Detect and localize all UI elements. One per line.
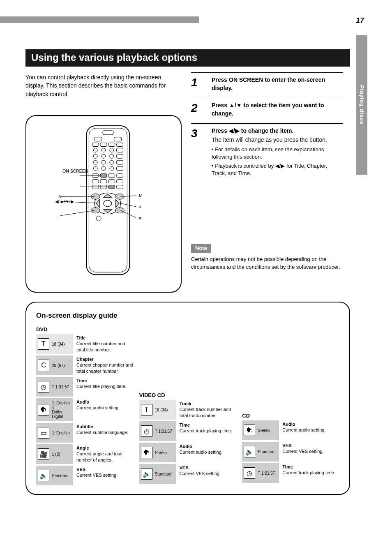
callout-arrows-left: ◀/▲/▼/▶: [55, 199, 74, 204]
clock-icon: ◷: [38, 381, 49, 392]
guide-cd-label: CD: [242, 413, 339, 419]
section-tab: Playing discs: [356, 35, 367, 175]
svg-rect-8: [117, 143, 123, 147]
audio-icon: 🗣: [141, 447, 152, 458]
svg-rect-28: [117, 174, 123, 178]
step-main: Press ON SCREEN to enter the on-screen d…: [212, 76, 343, 92]
cd-row-ves: 🔈Standard VESCurrent VES setting.: [242, 442, 339, 462]
dvd-row-audio: 🗣1: English▯▯Dolby Digital AudioCurrent …: [36, 398, 134, 421]
sound-icon: 🔈: [141, 468, 152, 480]
svg-rect-20: [117, 160, 123, 164]
title-icon: T: [38, 338, 49, 350]
audio-icon: 🗣: [38, 404, 49, 416]
svg-rect-4: [114, 137, 122, 141]
audio-icon: 🗣: [244, 425, 255, 436]
svg-point-22: [101, 166, 106, 171]
sound-icon: 🔈: [244, 446, 255, 457]
callout-rew: m: [139, 215, 143, 221]
intro-text: You can control playback directly using …: [25, 73, 182, 98]
svg-rect-36: [117, 185, 123, 189]
svg-point-18: [101, 160, 106, 164]
svg-point-41: [91, 208, 100, 213]
svg-rect-16: [117, 154, 123, 158]
cd-row-time: ◷T 1:01:57 TimeCurrent track playing tim…: [242, 463, 339, 483]
svg-rect-32: [117, 180, 123, 183]
step-main: Press ▲/▼ to select the item you want to…: [212, 102, 343, 118]
svg-rect-30: [100, 180, 107, 183]
steps-list: 1 Press ON SCREEN to enter the on-screen…: [191, 72, 343, 183]
svg-rect-2: [103, 131, 113, 135]
step-2: 2 Press ▲/▼ to select the item you want …: [191, 98, 343, 123]
svg-rect-29: [92, 180, 99, 183]
svg-rect-12: [117, 148, 123, 152]
vcd-row-track: T18 (34) TrackCurrent track number and t…: [139, 400, 237, 420]
page-title: Using the various playback options: [25, 49, 350, 67]
callout-ff: M: [139, 193, 143, 199]
svg-point-43: [96, 216, 101, 221]
svg-rect-35: [108, 185, 115, 189]
svg-rect-26: [100, 174, 107, 178]
svg-point-42: [115, 208, 125, 213]
svg-rect-31: [108, 180, 115, 183]
step-number: 3: [191, 127, 212, 140]
dvd-row-time: ◷T 1:01:57 TimeCurrent title playing tim…: [36, 377, 134, 397]
step-main: Press ◀/▶ to change the item.: [212, 127, 343, 135]
dvd-row-ves: 🔈Standard VESCurrent VES setting.: [36, 466, 134, 485]
svg-point-23: [110, 166, 114, 171]
callout-play: N: [58, 194, 62, 199]
step-bullet: • For details on each item, see the expl…: [212, 146, 343, 161]
subtitle-icon: ▭: [38, 427, 49, 439]
svg-rect-6: [100, 143, 107, 147]
step-1: 1 Press ON SCREEN to enter the on-screen…: [191, 72, 343, 98]
clock-icon: ◷: [141, 425, 152, 437]
guide-vcd-label: VIDEO CD: [139, 392, 237, 398]
svg-rect-27: [108, 174, 115, 178]
dvd-row-angle: 🎥1 (2) AngleCurrent angle and total numb…: [36, 444, 134, 464]
svg-point-21: [93, 166, 97, 171]
vcd-row-audio: 🗣Stereo AudioCurrent audio setting.: [139, 443, 237, 462]
vcd-row-ves: 🔈Standard VESCurrent VES setting.: [139, 464, 237, 484]
svg-point-13: [93, 154, 97, 158]
step-sub: The item will change as you press the bu…: [212, 136, 343, 144]
dvd-row-subtitle: ▭1: English SubtitleCurrent subtitle lan…: [36, 423, 134, 443]
angle-icon: 🎥: [38, 448, 49, 460]
guide-title: On-screen display guide: [36, 312, 339, 320]
cd-row-audio: 🗣Stereo AudioCurrent audio setting.: [242, 420, 339, 440]
step-bullet: • Playback is controlled by ◀/▶ for Titl…: [212, 162, 343, 177]
dvd-row-chapter: C29 (67) ChapterCurrent chapter number a…: [36, 355, 134, 375]
chapter-icon: C: [38, 360, 49, 371]
svg-point-19: [110, 160, 114, 164]
callout-next: >: [139, 204, 141, 210]
svg-point-17: [93, 160, 97, 164]
svg-point-10: [101, 148, 106, 152]
remote-svg: [26, 116, 181, 292]
note-label: Note: [191, 244, 211, 253]
title-icon: T: [141, 404, 152, 416]
remote-figure: ON SCREEN N ◀/▲/▼/▶ . M > m: [25, 115, 182, 293]
step-number: 1: [191, 76, 212, 89]
vcd-row-time: ◷T 1:01:57 TimeCurrent track playing tim…: [139, 421, 237, 441]
note-block: Note Certain operations may not be possi…: [191, 244, 343, 271]
page-number: 17: [356, 16, 364, 25]
svg-point-15: [110, 154, 114, 158]
guide-box: On-screen display guide DVD T18 (34) Tit…: [25, 302, 350, 495]
svg-point-14: [101, 154, 106, 158]
sound-icon: 🔈: [38, 470, 49, 481]
step-number: 2: [191, 102, 212, 115]
guide-dvd-label: DVD: [36, 326, 134, 332]
svg-point-38: [104, 200, 112, 207]
note-text: Certain operations may not be possible d…: [191, 256, 343, 271]
step-3: 3 Press ◀/▶ to change the item. The item…: [191, 123, 343, 183]
svg-rect-24: [117, 166, 123, 171]
callout-on-screen: ON SCREEN: [62, 169, 88, 174]
clock-icon: ◷: [244, 467, 255, 479]
svg-point-9: [93, 148, 97, 152]
svg-rect-5: [92, 143, 99, 147]
header-gray-bar: [0, 16, 199, 23]
callout-prev: .: [58, 213, 60, 219]
svg-rect-7: [108, 143, 115, 147]
dvd-row-title: T18 (34) TitleCurrent title number and t…: [36, 334, 134, 354]
svg-rect-3: [95, 137, 102, 141]
svg-point-11: [110, 148, 114, 152]
